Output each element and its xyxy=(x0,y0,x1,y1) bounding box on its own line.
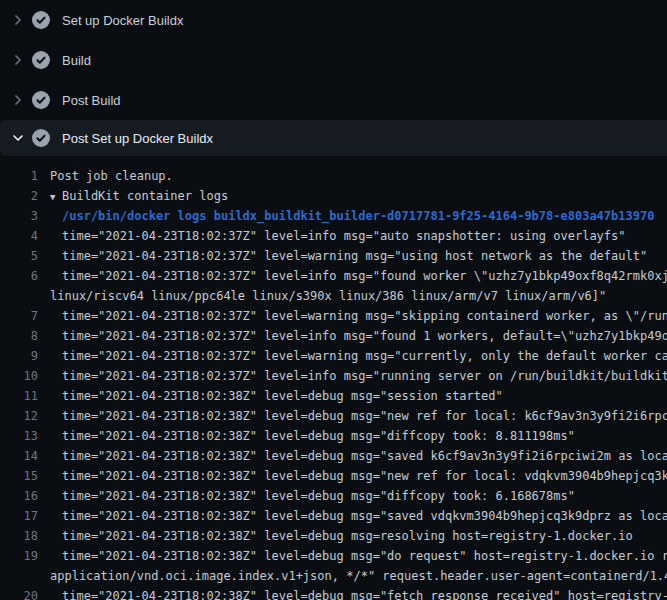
log-output: 1Post job cleanup.2▼BuildKit container l… xyxy=(0,156,667,600)
log-line: 19time="2021-04-23T18:02:38Z" level=debu… xyxy=(0,546,667,566)
log-text: linux/riscv64 linux/ppc64le linux/s390x … xyxy=(50,286,606,306)
log-group-label[interactable]: BuildKit container logs xyxy=(62,189,228,203)
chevron-down-icon[interactable] xyxy=(10,130,26,146)
log-line: 17time="2021-04-23T18:02:38Z" level=debu… xyxy=(0,506,667,526)
line-number[interactable]: 6 xyxy=(0,266,38,286)
line-number[interactable]: 2 xyxy=(0,186,38,206)
log-line: 11time="2021-04-23T18:02:38Z" level=debu… xyxy=(0,386,667,406)
log-text: time="2021-04-23T18:02:38Z" level=debug … xyxy=(62,546,667,566)
line-number[interactable]: 15 xyxy=(0,466,38,486)
chevron-right-icon[interactable] xyxy=(10,12,26,28)
log-text: time="2021-04-23T18:02:37Z" level=info m… xyxy=(62,226,626,246)
step-header-build[interactable]: Build xyxy=(0,40,667,80)
line-number[interactable]: 18 xyxy=(0,526,38,546)
workflow-log-viewer: Set up Docker BuildxBuildPost BuildPost … xyxy=(0,0,667,600)
check-circle-icon xyxy=(32,51,50,69)
line-number[interactable]: 9 xyxy=(0,346,38,366)
check-circle-icon xyxy=(32,11,50,29)
step-label: Post Set up Docker Buildx xyxy=(62,131,213,146)
log-text: time="2021-04-23T18:02:37Z" level=info m… xyxy=(62,266,667,286)
log-line-continuation: linux/riscv64 linux/ppc64le linux/s390x … xyxy=(0,286,667,306)
log-line: 5time="2021-04-23T18:02:37Z" level=warni… xyxy=(0,246,667,266)
check-circle-icon xyxy=(32,129,50,147)
line-number[interactable]: 7 xyxy=(0,306,38,326)
log-line: 1Post job cleanup. xyxy=(0,166,667,186)
step-label: Build xyxy=(62,53,91,68)
chevron-right-icon[interactable] xyxy=(10,92,26,108)
log-text: time="2021-04-23T18:02:38Z" level=debug … xyxy=(62,406,667,426)
log-text: time="2021-04-23T18:02:37Z" level=warnin… xyxy=(62,246,647,266)
log-line: 10time="2021-04-23T18:02:37Z" level=info… xyxy=(0,366,667,386)
log-text: time="2021-04-23T18:02:38Z" level=debug … xyxy=(62,466,667,486)
check-circle-icon xyxy=(32,91,50,109)
step-header-post-build[interactable]: Post Build xyxy=(0,80,667,120)
line-number[interactable]: 8 xyxy=(0,326,38,346)
log-text: time="2021-04-23T18:02:38Z" level=debug … xyxy=(62,386,503,406)
chevron-right-icon[interactable] xyxy=(10,52,26,68)
log-text: Post job cleanup. xyxy=(50,166,173,186)
step-label: Post Build xyxy=(62,93,121,108)
log-line: 9time="2021-04-23T18:02:37Z" level=warni… xyxy=(0,346,667,366)
log-text: time="2021-04-23T18:02:38Z" level=debug … xyxy=(62,526,633,546)
log-text: time="2021-04-23T18:02:38Z" level=debug … xyxy=(62,426,575,446)
triangle-down-icon[interactable]: ▼ xyxy=(50,187,62,207)
line-number[interactable]: 17 xyxy=(0,506,38,526)
line-number[interactable]: 11 xyxy=(0,386,38,406)
line-number[interactable]: 20 xyxy=(0,586,38,600)
line-number[interactable]: 10 xyxy=(0,366,38,386)
log-text: time="2021-04-23T18:02:37Z" level=info m… xyxy=(62,326,667,346)
line-number[interactable]: 13 xyxy=(0,426,38,446)
log-text: time="2021-04-23T18:02:38Z" level=debug … xyxy=(62,486,575,506)
log-text: time="2021-04-23T18:02:37Z" level=warnin… xyxy=(62,346,667,366)
log-line: 4time="2021-04-23T18:02:37Z" level=info … xyxy=(0,226,667,246)
log-line: 13time="2021-04-23T18:02:38Z" level=debu… xyxy=(0,426,667,446)
log-group-toggle[interactable]: ▼BuildKit container logs xyxy=(50,186,228,207)
log-line: 2▼BuildKit container logs xyxy=(0,186,667,206)
line-number[interactable]: 5 xyxy=(0,246,38,266)
log-line: 3/usr/bin/docker logs buildx_buildkit_bu… xyxy=(0,206,667,226)
log-text: time="2021-04-23T18:02:37Z" level=info m… xyxy=(62,366,667,386)
log-line: 8time="2021-04-23T18:02:37Z" level=info … xyxy=(0,326,667,346)
log-text: time="2021-04-23T18:02:38Z" level=debug … xyxy=(62,586,667,600)
line-number[interactable]: 3 xyxy=(0,206,38,226)
log-line: 12time="2021-04-23T18:02:38Z" level=debu… xyxy=(0,406,667,426)
log-line: 7time="2021-04-23T18:02:37Z" level=warni… xyxy=(0,306,667,326)
log-line: 6time="2021-04-23T18:02:37Z" level=info … xyxy=(0,266,667,286)
log-line: 15time="2021-04-23T18:02:38Z" level=debu… xyxy=(0,466,667,486)
line-number[interactable]: 19 xyxy=(0,546,38,566)
step-header-set-up-docker-buildx[interactable]: Set up Docker Buildx xyxy=(0,0,667,40)
log-line: 20time="2021-04-23T18:02:38Z" level=debu… xyxy=(0,586,667,600)
log-line: 18time="2021-04-23T18:02:38Z" level=debu… xyxy=(0,526,667,546)
line-number[interactable]: 4 xyxy=(0,226,38,246)
log-line-continuation: application/vnd.oci.image.index.v1+json,… xyxy=(0,566,667,586)
log-command-text: /usr/bin/docker logs buildx_buildkit_bui… xyxy=(62,206,654,226)
line-number[interactable]: 16 xyxy=(0,486,38,506)
line-number[interactable]: 12 xyxy=(0,406,38,426)
log-text: time="2021-04-23T18:02:38Z" level=debug … xyxy=(62,446,667,466)
log-text: application/vnd.oci.image.index.v1+json,… xyxy=(50,566,667,586)
steps-list: Set up Docker BuildxBuildPost BuildPost … xyxy=(0,0,667,156)
log-text: time="2021-04-23T18:02:37Z" level=warnin… xyxy=(62,306,667,326)
line-number[interactable]: 14 xyxy=(0,446,38,466)
step-label: Set up Docker Buildx xyxy=(62,13,183,28)
line-number[interactable]: 1 xyxy=(0,166,38,186)
log-line: 14time="2021-04-23T18:02:38Z" level=debu… xyxy=(0,446,667,466)
log-text: time="2021-04-23T18:02:38Z" level=debug … xyxy=(62,506,667,526)
step-header-post-set-up-docker-buildx[interactable]: Post Set up Docker Buildx xyxy=(0,120,667,156)
log-line: 16time="2021-04-23T18:02:38Z" level=debu… xyxy=(0,486,667,506)
